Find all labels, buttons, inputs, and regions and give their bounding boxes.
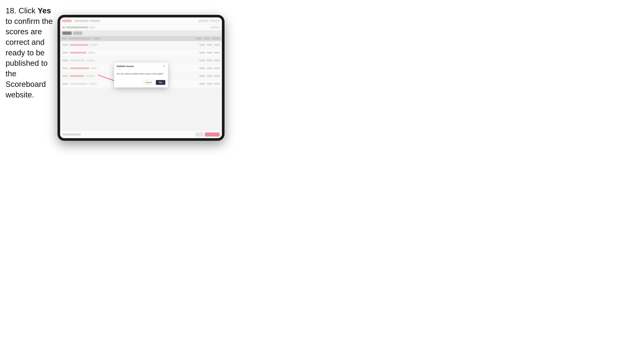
step-number: 18. xyxy=(6,6,16,15)
tablet-screen: Publish scores ✕ Are you ready to publis… xyxy=(60,17,222,138)
modal-header: Publish scores ✕ xyxy=(114,63,168,70)
instruction-content: Click Yes to confirm the scores are corr… xyxy=(6,6,53,99)
yes-button[interactable]: Yes xyxy=(156,80,165,85)
instruction-text: 18. Click Yes to confirm the scores are … xyxy=(6,5,58,100)
modal-overlay: Publish scores ✕ Are you ready to publis… xyxy=(60,17,222,138)
modal-footer: Cancel Yes xyxy=(114,79,168,87)
cancel-button[interactable]: Cancel xyxy=(142,80,154,85)
publish-scores-dialog: Publish scores ✕ Are you ready to publis… xyxy=(114,63,168,88)
modal-message: Are you ready to publish these scores to… xyxy=(117,72,165,75)
modal-body: Are you ready to publish these scores to… xyxy=(114,70,168,79)
tablet-frame: Publish scores ✕ Are you ready to publis… xyxy=(58,15,224,141)
modal-title: Publish scores xyxy=(117,65,134,68)
close-icon[interactable]: ✕ xyxy=(163,65,165,67)
bold-yes: Yes xyxy=(38,6,51,15)
